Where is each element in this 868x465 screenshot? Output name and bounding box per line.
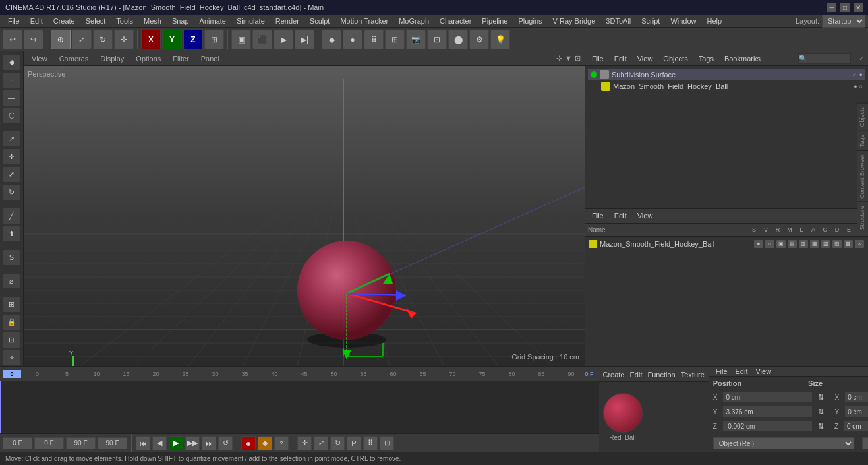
flag-d[interactable]: ▨	[832, 240, 842, 248]
obj-view2[interactable]: View	[635, 211, 656, 220]
attr-size-y-input[interactable]	[844, 406, 868, 418]
mat-edit[interactable]: Edit	[630, 371, 643, 379]
obj-objects[interactable]: Objects	[660, 54, 690, 63]
object-mode[interactable]: ◆	[3, 54, 21, 71]
light-mode[interactable]: 💡	[490, 30, 510, 49]
record-button[interactable]: ●	[241, 436, 256, 450]
tab-content-browser[interactable]: Content Browser	[857, 150, 868, 202]
snap-tool[interactable]: ⌖	[3, 350, 21, 366]
attr-edit[interactable]: Edit	[733, 367, 751, 376]
sculpt-tool-side[interactable]: ⌀	[3, 273, 21, 290]
wire-mode[interactable]: ⊡	[427, 30, 447, 49]
attr-pos-x-spinner[interactable]: ⇅	[818, 393, 824, 402]
dots-mode[interactable]: ⠿	[364, 30, 384, 49]
shade-mode[interactable]: ⬤	[448, 30, 468, 49]
attr-size-z-input[interactable]	[844, 420, 868, 432]
attr-size-dropdown[interactable]: Size	[862, 437, 868, 449]
menu-help[interactable]: Help	[702, 16, 728, 26]
attr-pos-z-input[interactable]	[722, 420, 813, 432]
rot-gizmo[interactable]: ↻	[330, 436, 345, 450]
obj-list-item[interactable]: Mazon_Smooth_Field_Hockey_Ball ● ○ ▣ ▤ ▥…	[588, 238, 865, 250]
go-end-button[interactable]: ⏭	[202, 436, 216, 450]
obj-edit2[interactable]: Edit	[612, 211, 629, 220]
panel-toggle[interactable]: ⊡	[380, 436, 394, 450]
prev-frame-button[interactable]: ◀	[152, 436, 167, 450]
menu-render[interactable]: Render	[270, 16, 304, 26]
mat-function[interactable]: Function	[648, 371, 676, 379]
menu-window[interactable]: Window	[665, 16, 701, 26]
flag-e[interactable]: ▩	[844, 240, 853, 248]
attr-size-x-input[interactable]	[844, 391, 868, 403]
viewport[interactable]: X Y Z Perspective Grid Spacing : 10 cm	[24, 66, 585, 366]
poly-mode[interactable]: ⬡	[3, 108, 21, 124]
all-axis[interactable]: ⊞	[204, 30, 224, 49]
obj-file[interactable]: File	[589, 54, 606, 63]
menu-character[interactable]: Character	[434, 16, 477, 26]
vp-view[interactable]: View	[28, 54, 51, 63]
extrude-tool[interactable]: ⬆	[3, 226, 21, 242]
knife-tool[interactable]: ╱	[3, 208, 21, 224]
flag-x[interactable]: ×	[855, 240, 864, 248]
layout-select[interactable]: Startup	[822, 15, 865, 28]
flag-a[interactable]: ▦	[810, 240, 819, 248]
scale-tool[interactable]: ⤢	[72, 30, 92, 49]
transform-tool[interactable]: ✛	[114, 30, 134, 49]
render-view[interactable]: ▣	[231, 30, 251, 49]
start-frame-input[interactable]	[34, 437, 64, 449]
obj-vis-icon[interactable]: ●	[859, 71, 863, 78]
attr-pos-z-spinner[interactable]: ⇅	[818, 422, 824, 431]
menu-animate[interactable]: Animate	[194, 16, 231, 26]
rotate-tool-side[interactable]: ↻	[3, 184, 21, 201]
maximize-button[interactable]: □	[840, 3, 850, 12]
pos-gizmo[interactable]: P	[347, 436, 361, 450]
mat-texture[interactable]: Texture	[681, 371, 705, 379]
cam-mode[interactable]: 📷	[406, 30, 426, 49]
menu-pipeline[interactable]: Pipeline	[477, 16, 513, 26]
menu-mograph[interactable]: MoGraph	[393, 16, 434, 26]
flag-m[interactable]: ▤	[788, 240, 797, 248]
lock-tool[interactable]: 🔒	[3, 314, 21, 330]
flag-v[interactable]: ○	[765, 240, 774, 248]
vp-panel[interactable]: Panel	[197, 54, 223, 63]
move-tool[interactable]: ⊕	[51, 30, 71, 49]
obj-edit[interactable]: Edit	[612, 54, 629, 63]
obj-bookmarks[interactable]: Bookmarks	[722, 54, 763, 63]
live-select[interactable]: ↗	[3, 131, 21, 147]
menu-sculpt[interactable]: Sculpt	[304, 16, 335, 26]
scale-tool-side[interactable]: ⤢	[3, 166, 21, 183]
menu-select[interactable]: Select	[80, 16, 111, 26]
attr-view[interactable]: View	[753, 367, 774, 376]
end-frame-input[interactable]	[66, 437, 96, 449]
auto-key-button[interactable]: ?	[274, 436, 289, 450]
vp-render-icon[interactable]: ▼	[565, 54, 572, 63]
loop-button[interactable]: ↺	[218, 436, 233, 450]
menu-mesh[interactable]: Mesh	[138, 16, 167, 26]
y-axis[interactable]: Y	[162, 30, 182, 49]
menu-script[interactable]: Script	[636, 16, 665, 26]
go-start-button[interactable]: ⏮	[136, 436, 150, 450]
obj-check-icon[interactable]: ✓	[852, 71, 857, 78]
obj-search-input[interactable]	[798, 53, 851, 64]
grid-mode[interactable]: ⊞	[385, 30, 405, 49]
obj-tags[interactable]: Tags	[696, 54, 716, 63]
point-mode[interactable]: ·	[3, 72, 21, 88]
attr-pos-y-spinner[interactable]: ⇅	[818, 408, 824, 416]
obj-subdivision-surface[interactable]: Subdivision Surface ✓ ●	[588, 69, 865, 80]
dots-gizmo[interactable]: ⠿	[363, 436, 378, 450]
anim-frame[interactable]: ▶|	[295, 30, 314, 49]
play-button[interactable]: ▶	[169, 436, 183, 450]
redo-button[interactable]: ↪	[24, 30, 43, 49]
minimize-button[interactable]: ─	[827, 3, 836, 12]
tab-structure[interactable]: Structure	[857, 202, 868, 233]
mat-create[interactable]: Create	[603, 371, 625, 379]
extra-mode[interactable]: ⚙	[469, 30, 489, 49]
cube-mode[interactable]: ◆	[322, 30, 341, 49]
material-item[interactable]: Red_Ball	[603, 393, 643, 441]
attr-pos-x-input[interactable]	[722, 391, 813, 403]
menu-vray[interactable]: V-Ray Bridge	[548, 16, 601, 26]
next-frame-button[interactable]: ▶▶	[185, 436, 200, 450]
current-frame-input[interactable]	[3, 437, 32, 449]
vp-display[interactable]: Display	[96, 54, 128, 63]
anim-rec[interactable]: ⬛	[252, 30, 272, 49]
move-tool-side[interactable]: ✛	[3, 148, 21, 165]
